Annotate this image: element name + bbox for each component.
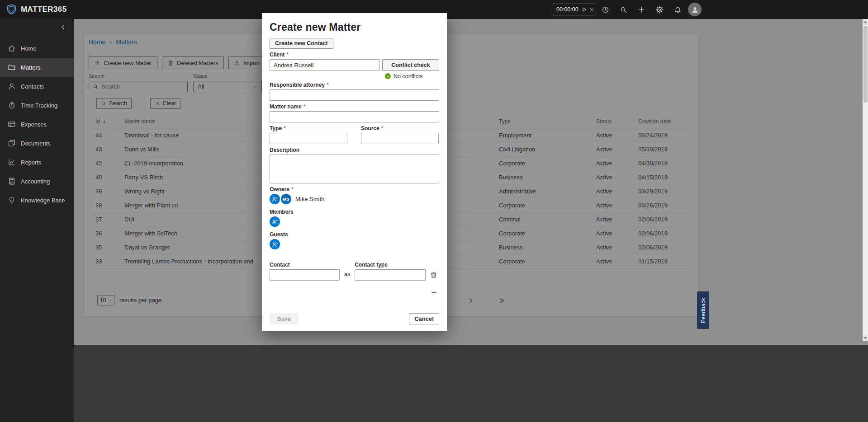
sidebar-item-matters[interactable]: Matters [0, 58, 74, 77]
feedback-label: Feedback [700, 298, 707, 323]
source-label: Source* [361, 125, 439, 131]
as-label: as [344, 271, 350, 277]
scrollbar[interactable] [863, 19, 868, 341]
create-new-contact-button[interactable]: Create new Contact [270, 38, 333, 49]
sidebar-item-label: Reports [21, 159, 42, 166]
sidebar-collapse-button[interactable] [60, 24, 66, 30]
contact-row: Contact as Contact type [270, 262, 439, 281]
required-mark: * [286, 52, 289, 58]
person-icon [8, 82, 16, 90]
timer-close-icon[interactable] [589, 7, 594, 12]
timer-widget: 00:00:00 [553, 4, 596, 15]
owner-name: Mike Smith [295, 196, 324, 202]
required-mark: * [304, 103, 306, 110]
calc-icon [8, 177, 16, 185]
add-guest-button[interactable] [270, 239, 280, 249]
sidebar: HomeMattersContactsTime TrackingExpenses… [0, 19, 74, 422]
sidebar-item-time-tracking[interactable]: Time Tracking [0, 96, 74, 115]
quick-add-button[interactable] [632, 0, 650, 19]
members-label: Members [270, 209, 439, 215]
type-input[interactable] [270, 133, 347, 144]
sidebar-menu: HomeMattersContactsTime TrackingExpenses… [0, 39, 74, 210]
card-icon [8, 120, 16, 128]
type-label: Type* [270, 125, 347, 131]
sidebar-item-label: Expenses [21, 121, 47, 128]
timer-value: 00:00:00 [556, 6, 579, 13]
required-mark: * [327, 82, 329, 88]
scroll-up-button[interactable] [863, 19, 868, 25]
modal-overlay[interactable] [74, 19, 868, 345]
guests-row [270, 239, 439, 249]
docs-icon [8, 139, 16, 147]
avatar-icon [691, 6, 699, 14]
sidebar-item-contacts[interactable]: Contacts [0, 77, 74, 96]
guests-label: Guests [270, 231, 439, 238]
sidebar-item-reports[interactable]: Reports [0, 153, 74, 172]
add-owner-button[interactable] [270, 194, 280, 204]
chevron-left-icon [60, 24, 66, 30]
user-avatar[interactable] [688, 3, 702, 16]
timer-play-icon[interactable] [581, 7, 587, 12]
add-icon [638, 6, 645, 14]
responsible-attorney-label: Responsible attorney* [270, 82, 439, 88]
notifications-icon [674, 6, 682, 14]
contact-type-input[interactable] [355, 269, 426, 281]
sidebar-item-expenses[interactable]: Expenses [0, 115, 74, 134]
source-input[interactable] [361, 133, 439, 144]
owner-avatar: MS [281, 194, 291, 204]
check-circle-icon [385, 73, 391, 79]
sidebar-item-label: Home [21, 45, 37, 52]
sidebar-item-knowledge-base[interactable]: Knowledge Base [0, 191, 74, 210]
description-textarea[interactable] [270, 155, 439, 183]
create-matter-dialog: Create new Matter Create new Contact Cli… [262, 13, 447, 331]
sidebar-item-home[interactable]: Home [0, 39, 74, 58]
matter-name-label: Matter name* [270, 103, 439, 110]
feedback-tab[interactable]: Feedback [697, 291, 709, 329]
client-label: Client* [270, 52, 439, 58]
conflict-status: No conflicts [385, 73, 439, 79]
client-input[interactable] [270, 59, 380, 71]
members-row [270, 216, 439, 227]
required-mark: * [284, 125, 286, 131]
contact-label: Contact [270, 262, 340, 268]
save-button[interactable]: Save [270, 313, 299, 324]
dialog-footer: Save Cancel [270, 313, 439, 324]
owners-row: MS Mike Smith [270, 194, 439, 204]
folder-icon [8, 63, 16, 71]
triangle-up-icon [864, 21, 867, 23]
contact-input[interactable] [270, 269, 340, 281]
add-icon [431, 289, 437, 296]
add-member-button[interactable] [270, 216, 280, 227]
sidebar-item-accounting[interactable]: Accounting [0, 172, 74, 191]
add-person-icon [272, 219, 278, 225]
trash-icon [430, 271, 437, 279]
responsible-attorney-input[interactable] [270, 89, 439, 101]
conflict-status-text: No conflicts [394, 73, 423, 80]
sidebar-item-documents[interactable]: Documents [0, 134, 74, 153]
sidebar-item-label: Time Tracking [21, 102, 57, 109]
global-search-button[interactable] [614, 0, 632, 19]
bulb-icon [8, 196, 16, 204]
scroll-down-button[interactable] [863, 335, 868, 341]
sidebar-item-label: Documents [21, 140, 51, 147]
contact-type-label: Contact type [355, 262, 426, 268]
matter-name-input[interactable] [270, 111, 439, 122]
sidebar-item-label: Contacts [21, 83, 44, 90]
settings-button[interactable] [650, 0, 669, 19]
chart-icon [8, 158, 16, 166]
scrollbar-thumb[interactable] [863, 26, 868, 103]
type-source-row: Type* Source* [270, 125, 439, 144]
history-icon [602, 6, 609, 14]
add-person-icon [272, 196, 278, 202]
add-contact-row-button[interactable] [431, 289, 437, 296]
history-button[interactable] [596, 0, 614, 19]
search-icon [620, 6, 627, 14]
sidebar-item-label: Accounting [21, 178, 50, 185]
conflict-check-button[interactable]: Conflict check [382, 59, 439, 71]
notifications-button[interactable] [669, 0, 687, 19]
description-label: Description [270, 147, 439, 153]
sidebar-item-label: Knowledge Base [21, 197, 65, 204]
remove-contact-button[interactable] [430, 271, 437, 279]
required-mark: * [291, 186, 294, 192]
cancel-button[interactable]: Cancel [409, 313, 439, 324]
